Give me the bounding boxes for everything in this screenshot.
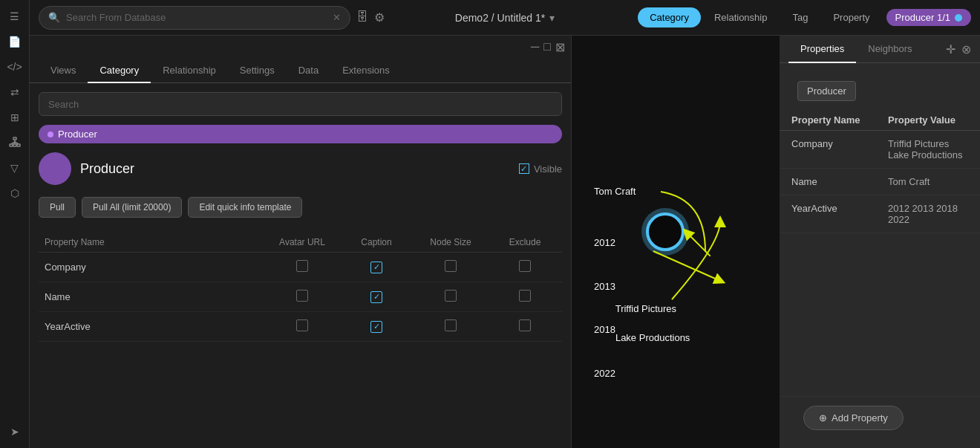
sidebar-filter-icon[interactable]: ▽ (4, 158, 25, 178)
sidebar-menu-icon[interactable]: ☰ (4, 6, 25, 27)
close-icon[interactable]: ⊠ (555, 40, 565, 54)
add-property-button[interactable]: ⊕ Add Property (803, 406, 904, 430)
nav-tab-category[interactable]: Category (638, 7, 701, 27)
col-node-size: Node Size (414, 233, 488, 253)
graph-area: Tom Craft 2012 2013 2018 2022 Triffid Pi… (572, 36, 780, 448)
visible-toggle[interactable]: ✓ Visible (519, 163, 562, 175)
row-yearactive-exclude[interactable] (488, 312, 562, 342)
right-row-name-name: Name (780, 169, 876, 195)
left-panel: ─ □ ⊠ Views Category Relationship Settin… (30, 36, 572, 448)
row-name-avatar[interactable] (265, 282, 339, 312)
breadcrumb-title: Demo2 / Untitled 1* (455, 12, 545, 24)
producer-badge-top: Producer 1/1 (886, 9, 971, 26)
close-panel-icon[interactable]: ⊗ (961, 42, 971, 56)
sidebar-hierarchy-icon[interactable] (4, 132, 25, 153)
svg-rect-1 (10, 144, 13, 146)
right-panel: Properties Neighbors ✛ ⊗ Producer (780, 36, 980, 448)
add-property-area: ⊕ Add Property (780, 396, 980, 448)
producer-chip-label: Producer (58, 129, 97, 140)
row-yearactive-caption[interactable]: ✓ (339, 312, 414, 342)
dropdown-caret[interactable]: ▾ (549, 12, 555, 24)
sidebar-transfer-icon[interactable]: ⇄ (4, 82, 25, 103)
search-box[interactable]: 🔍 ✕ (39, 6, 350, 30)
sidebar-hex-icon[interactable]: ⬡ (4, 183, 25, 204)
tab-settings[interactable]: Settings (228, 59, 287, 83)
window-controls: ─ □ ⊠ (30, 36, 571, 59)
right-prop-table: Property Name Property Value Company Tri… (780, 110, 980, 233)
row-company-nodesize[interactable] (414, 253, 488, 282)
right-props-container: Property Name Property Value Company Tri… (780, 110, 980, 396)
producer-section: Producer ✓ Visible Pull Pull All (limit … (30, 152, 571, 448)
edit-template-button[interactable]: Edit quick info template (188, 197, 302, 218)
producer-tag-area: Producer (780, 63, 980, 110)
nav-tab-relationship[interactable]: Relationship (702, 7, 780, 27)
restore-icon[interactable]: □ (543, 40, 551, 54)
node-circle (646, 212, 685, 251)
move-icon[interactable]: ✛ (946, 42, 956, 56)
producer-header: Producer ✓ Visible (39, 152, 562, 185)
svg-rect-0 (13, 137, 16, 140)
annotation-triffid: Triffid Pictures Lake Productions (594, 287, 690, 360)
tab-relationship[interactable]: Relationship (151, 59, 228, 83)
tab-extensions[interactable]: Extensions (330, 59, 402, 83)
top-nav: Category Relationship Tag Property (638, 7, 881, 27)
row-name-exclude[interactable] (488, 282, 562, 312)
right-tab-neighbors[interactable]: Neighbors (856, 36, 924, 63)
sidebar-code-icon[interactable]: </> (4, 56, 25, 77)
right-row-company-name: Company (780, 131, 876, 169)
visible-label: Visible (534, 163, 562, 175)
plus-icon: ⊕ (819, 412, 827, 423)
producer-tag: Producer (797, 81, 856, 101)
tab-data[interactable]: Data (287, 59, 330, 83)
row-name-caption[interactable]: ✓ (339, 282, 414, 312)
top-bar-icons: 🗄 ⚙ (356, 10, 385, 25)
svg-rect-2 (13, 144, 16, 146)
col-exclude: Exclude (488, 233, 562, 253)
pull-button[interactable]: Pull (39, 197, 76, 218)
svg-rect-3 (17, 144, 20, 146)
table-row: Name ✓ (39, 282, 562, 312)
right-tab-icons: ✛ ⊗ (946, 42, 971, 56)
panel-search-input[interactable] (48, 99, 552, 110)
right-content: Properties Neighbors ✛ ⊗ Producer (780, 36, 980, 448)
table-row: Company ✓ (39, 253, 562, 282)
right-table-row: YearActive 2012 2013 2018 2022 (780, 195, 980, 233)
main-area: 🔍 ✕ 🗄 ⚙ Demo2 / Untitled 1* ▾ Category R… (30, 0, 980, 448)
producer-title: Producer (80, 161, 510, 177)
producer-chip[interactable]: Producer (39, 125, 562, 143)
right-table-row: Name Tom Craft (780, 169, 980, 195)
search-icon: 🔍 (48, 12, 60, 23)
row-company-caption[interactable]: ✓ (339, 253, 414, 282)
settings-icon[interactable]: ⚙ (374, 10, 385, 25)
visible-checkbox[interactable]: ✓ (519, 163, 529, 174)
row-company-avatar[interactable] (265, 253, 339, 282)
row-name-name: Name (39, 282, 265, 312)
search-input[interactable] (66, 12, 327, 23)
sidebar-document-icon[interactable]: 📄 (4, 31, 25, 52)
row-yearactive-nodesize[interactable] (414, 312, 488, 342)
tab-views[interactable]: Views (39, 59, 88, 83)
clear-search-icon[interactable]: ✕ (333, 12, 341, 23)
tab-bar: Views Category Relationship Settings Dat… (30, 59, 571, 83)
producer-status-dot (955, 14, 962, 22)
tab-category[interactable]: Category (88, 59, 151, 83)
right-col-name: Property Name (780, 110, 876, 131)
right-tabs: Properties Neighbors ✛ ⊗ (780, 36, 980, 63)
row-company-exclude[interactable] (488, 253, 562, 282)
database-icon[interactable]: 🗄 (356, 10, 368, 25)
row-yearactive-avatar[interactable] (265, 312, 339, 342)
properties-table: Property Name Avatar URL Caption Node Si… (39, 233, 562, 342)
row-name-nodesize[interactable] (414, 282, 488, 312)
panel-search[interactable] (39, 92, 562, 116)
row-company-name: Company (39, 253, 265, 282)
right-tab-properties[interactable]: Properties (788, 36, 856, 63)
minimize-icon[interactable]: ─ (531, 40, 539, 54)
nav-tab-tag[interactable]: Tag (780, 7, 820, 27)
right-row-yearactive-name: YearActive (780, 195, 876, 233)
pull-all-button[interactable]: Pull All (limit 20000) (82, 197, 182, 218)
sidebar-grid-icon[interactable]: ⊞ (4, 107, 25, 128)
sidebar-export-icon[interactable]: ➤ (4, 421, 25, 442)
right-col-value: Property Value (876, 110, 980, 131)
nav-tab-property[interactable]: Property (821, 7, 881, 27)
add-property-label: Add Property (832, 412, 888, 423)
